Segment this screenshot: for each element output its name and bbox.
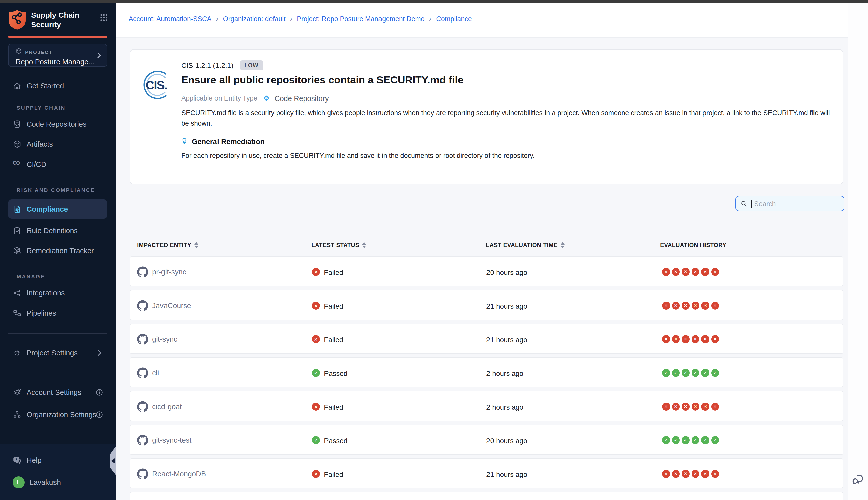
history-fail-icon: ✕ [672, 402, 680, 410]
history-fail-icon: ✕ [672, 268, 680, 276]
status-label: Failed [324, 470, 343, 478]
column-header-evaluation-history: EVALUATION HISTORY [660, 242, 726, 248]
sidebar-divider [8, 373, 107, 373]
last-evaluation-time: 21 hours ago [486, 336, 527, 344]
breadcrumb-link-organization[interactable]: Organization: default [223, 15, 286, 22]
sidebar-item-artifacts[interactable]: Artifacts [0, 134, 116, 154]
history-fail-icon: ✕ [672, 302, 680, 309]
app-title: Supply ChainSecurity [31, 10, 100, 29]
last-evaluation-time: 2 hours ago [486, 403, 523, 411]
sidebar-item-ci-cd[interactable]: ∞CI/CD [0, 154, 116, 174]
history-fail-icon: ✕ [672, 470, 680, 478]
infinity-icon: ∞ [13, 160, 22, 169]
sidebar-item-label: Remediation Tracker [27, 247, 94, 255]
column-header-label: IMPACTED ENTITY [137, 242, 192, 248]
text-caret [751, 200, 752, 207]
info-icon[interactable] [95, 388, 103, 397]
sidebar-item-organization-settings[interactable]: Organization Settings [0, 405, 116, 425]
sidebar-item-remediation-tracker[interactable]: Remediation Tracker [0, 241, 116, 261]
search-box [736, 196, 844, 211]
status-fail-icon: ✕ [312, 335, 320, 343]
history-pass-icon: ✓ [711, 369, 719, 377]
brand-accent-divider [8, 36, 107, 38]
project-name: Repo Posture Manage... [15, 58, 102, 66]
history-pass-icon: ✓ [711, 436, 719, 444]
github-icon [137, 300, 148, 311]
sidebar-section-risk-and-compliance: RISK AND COMPLIANCE [16, 186, 116, 193]
sidebar-item-integrations[interactable]: Integrations [0, 283, 116, 303]
history-fail-icon: ✕ [662, 268, 670, 276]
project-selector[interactable]: PROJECT Repo Posture Manage... [8, 44, 107, 67]
column-header-impacted-entity[interactable]: IMPACTED ENTITY [137, 242, 198, 248]
history-pass-icon: ✓ [701, 369, 709, 377]
breadcrumb-link-project[interactable]: Project: Repo Posture Management Demo [297, 15, 425, 22]
project-label: PROJECT [25, 49, 53, 55]
sidebar-item-compliance[interactable]: Compliance [8, 200, 107, 219]
sidebar-project-settings-group: Project Settings [0, 343, 116, 363]
sidebar-item-code-repositories[interactable]: Code Repositories [0, 114, 116, 134]
table-row-git-sync-test[interactable]: git-sync-test✓Passed20 hours ago✓✓✓✓✓✓ [130, 425, 843, 455]
user-menu[interactable]: L Lavakush [0, 473, 116, 492]
table-row-cli[interactable]: cli✓Passed2 hours ago✓✓✓✓✓✓ [130, 357, 843, 387]
history-fail-icon: ✕ [662, 335, 670, 343]
sidebar-footer: ? Help L Lavakush [0, 444, 116, 500]
sidebar-section-manage: MANAGE [16, 273, 116, 280]
sidebar-item-help[interactable]: ? Help [0, 450, 116, 470]
table-row-pr-git-sync[interactable]: pr-git-sync✕Failed20 hours ago✕✕✕✕✕✕ [130, 256, 843, 286]
sidebar-section-supply-chain: SUPPLY CHAIN [16, 104, 116, 111]
breadcrumb-separator: › [429, 14, 431, 23]
gear-icon [13, 348, 22, 357]
remediation-box-icon [13, 246, 22, 255]
breadcrumb-link-compliance[interactable]: Compliance [436, 15, 472, 22]
breadcrumb: Account: Automation-SSCA›Organization: d… [129, 14, 472, 23]
history-pass-icon: ✓ [692, 436, 699, 444]
app-switcher-grid-icon[interactable] [100, 13, 108, 22]
remediation-text: For each repository in use, create a SEC… [181, 152, 830, 159]
column-header-last-evaluation-time[interactable]: LAST EVALUATION TIME [486, 242, 565, 248]
last-evaluation-time: 20 hours ago [486, 437, 527, 445]
sidebar-item-project-settings[interactable]: Project Settings [0, 343, 116, 363]
history-fail-icon: ✕ [711, 302, 719, 309]
entity-name: pr-git-sync [152, 268, 186, 276]
history-pass-icon: ✓ [662, 369, 670, 377]
history-fail-icon: ✕ [701, 470, 709, 478]
history-pass-icon: ✓ [682, 369, 690, 377]
table-row-git-sync[interactable]: git-sync✕Failed21 hours ago✕✕✕✕✕✕ [130, 323, 843, 354]
sidebar-item-label: CI/CD [27, 160, 46, 168]
status-fail-icon: ✕ [312, 402, 320, 411]
table-row-cicd-goat[interactable]: cicd-goat✕Failed2 hours ago✕✕✕✕✕✕ [130, 391, 843, 421]
project-box-icon [15, 47, 22, 56]
artifact-box-icon [13, 140, 22, 149]
breadcrumb-link-account[interactable]: Account: Automation-SSCA [129, 15, 211, 22]
sidebar-item-account-settings[interactable]: Account Settings [0, 383, 116, 402]
sidebar-item-pipelines[interactable]: Pipelines [0, 303, 116, 323]
entity-name: cicd-goat [152, 402, 182, 411]
sidebar-item-rule-definitions[interactable]: Rule Definitions [0, 220, 116, 241]
cis-logo: CIS. [140, 69, 170, 101]
history-fail-icon: ✕ [692, 402, 699, 410]
history-fail-icon: ✕ [701, 268, 709, 276]
compliance-doc-icon [13, 205, 22, 214]
entity-name: cli [152, 369, 159, 377]
sort-icon [362, 242, 367, 248]
info-icon[interactable] [95, 411, 103, 419]
column-header-latest-status[interactable]: LATEST STATUS [311, 242, 367, 248]
supply-chain-security-logo-icon[interactable] [8, 10, 26, 30]
github-icon [137, 266, 148, 277]
history-fail-icon: ✕ [662, 470, 670, 478]
table-row-partial[interactable]: ✓✓✓✓✓✓✓ [130, 492, 843, 500]
entity-name: git-sync-test [152, 436, 192, 444]
main-content: Account: Automation-SSCA›Organization: d… [116, 2, 848, 500]
status-label: Failed [324, 268, 343, 276]
history-fail-icon: ✕ [711, 402, 719, 410]
status-fail-icon: ✕ [312, 268, 320, 276]
svg-text:?: ? [15, 458, 17, 461]
sidebar-item-label: Account Settings [27, 388, 81, 397]
table-row-react-mongodb[interactable]: React-MongoDB✕Failed21 hours ago✕✕✕✕✕✕ [130, 458, 843, 488]
sidebar-item-label: Code Repositories [27, 120, 86, 128]
sidebar-item-get-started[interactable]: Get Started [0, 76, 116, 96]
sidebar-item-label: Artifacts [27, 140, 53, 148]
support-chat-bubbles-icon[interactable] [851, 473, 865, 486]
table-row-javacourse[interactable]: JavaCourse✕Failed21 hours ago✕✕✕✕✕✕ [130, 290, 843, 320]
search-input[interactable] [753, 199, 834, 208]
